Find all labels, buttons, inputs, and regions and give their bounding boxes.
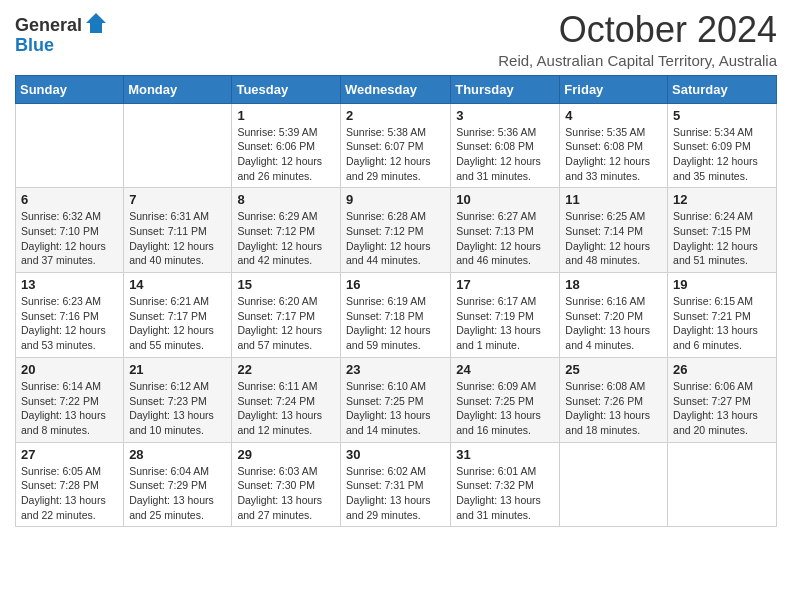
calendar-cell	[668, 442, 777, 527]
day-info: Sunrise: 6:24 AM Sunset: 7:15 PM Dayligh…	[673, 209, 771, 268]
day-number: 10	[456, 192, 554, 207]
calendar-cell: 26Sunrise: 6:06 AM Sunset: 7:27 PM Dayli…	[668, 357, 777, 442]
day-info: Sunrise: 6:03 AM Sunset: 7:30 PM Dayligh…	[237, 464, 335, 523]
location-title: Reid, Australian Capital Territory, Aust…	[498, 52, 777, 69]
day-info: Sunrise: 6:17 AM Sunset: 7:19 PM Dayligh…	[456, 294, 554, 353]
logo-blue-text: Blue	[15, 35, 54, 55]
title-area: October 2024 Reid, Australian Capital Te…	[498, 10, 777, 69]
day-number: 13	[21, 277, 118, 292]
day-info: Sunrise: 6:32 AM Sunset: 7:10 PM Dayligh…	[21, 209, 118, 268]
calendar-cell	[16, 103, 124, 188]
day-number: 16	[346, 277, 445, 292]
day-number: 11	[565, 192, 662, 207]
weekday-header-cell: Tuesday	[232, 75, 341, 103]
day-number: 20	[21, 362, 118, 377]
day-info: Sunrise: 5:34 AM Sunset: 6:09 PM Dayligh…	[673, 125, 771, 184]
day-number: 6	[21, 192, 118, 207]
day-info: Sunrise: 5:39 AM Sunset: 6:06 PM Dayligh…	[237, 125, 335, 184]
day-info: Sunrise: 6:11 AM Sunset: 7:24 PM Dayligh…	[237, 379, 335, 438]
calendar-cell: 24Sunrise: 6:09 AM Sunset: 7:25 PM Dayli…	[451, 357, 560, 442]
day-info: Sunrise: 6:15 AM Sunset: 7:21 PM Dayligh…	[673, 294, 771, 353]
calendar-cell: 5Sunrise: 5:34 AM Sunset: 6:09 PM Daylig…	[668, 103, 777, 188]
calendar-cell: 3Sunrise: 5:36 AM Sunset: 6:08 PM Daylig…	[451, 103, 560, 188]
day-info: Sunrise: 5:35 AM Sunset: 6:08 PM Dayligh…	[565, 125, 662, 184]
day-info: Sunrise: 6:10 AM Sunset: 7:25 PM Dayligh…	[346, 379, 445, 438]
weekday-header-cell: Thursday	[451, 75, 560, 103]
calendar-week-row: 20Sunrise: 6:14 AM Sunset: 7:22 PM Dayli…	[16, 357, 777, 442]
day-info: Sunrise: 6:28 AM Sunset: 7:12 PM Dayligh…	[346, 209, 445, 268]
day-info: Sunrise: 6:01 AM Sunset: 7:32 PM Dayligh…	[456, 464, 554, 523]
weekday-header-cell: Saturday	[668, 75, 777, 103]
calendar-week-row: 27Sunrise: 6:05 AM Sunset: 7:28 PM Dayli…	[16, 442, 777, 527]
day-number: 24	[456, 362, 554, 377]
calendar-cell: 10Sunrise: 6:27 AM Sunset: 7:13 PM Dayli…	[451, 188, 560, 273]
weekday-header-row: SundayMondayTuesdayWednesdayThursdayFrid…	[16, 75, 777, 103]
day-info: Sunrise: 6:25 AM Sunset: 7:14 PM Dayligh…	[565, 209, 662, 268]
calendar-cell: 27Sunrise: 6:05 AM Sunset: 7:28 PM Dayli…	[16, 442, 124, 527]
day-number: 25	[565, 362, 662, 377]
month-title: October 2024	[498, 10, 777, 50]
day-number: 8	[237, 192, 335, 207]
weekday-header-cell: Monday	[124, 75, 232, 103]
calendar-cell: 11Sunrise: 6:25 AM Sunset: 7:14 PM Dayli…	[560, 188, 668, 273]
day-number: 4	[565, 108, 662, 123]
calendar-cell: 12Sunrise: 6:24 AM Sunset: 7:15 PM Dayli…	[668, 188, 777, 273]
calendar-cell: 13Sunrise: 6:23 AM Sunset: 7:16 PM Dayli…	[16, 273, 124, 358]
day-info: Sunrise: 6:29 AM Sunset: 7:12 PM Dayligh…	[237, 209, 335, 268]
day-number: 21	[129, 362, 226, 377]
day-number: 29	[237, 447, 335, 462]
day-number: 28	[129, 447, 226, 462]
calendar-cell	[124, 103, 232, 188]
calendar-body: 1Sunrise: 5:39 AM Sunset: 6:06 PM Daylig…	[16, 103, 777, 527]
calendar-cell: 20Sunrise: 6:14 AM Sunset: 7:22 PM Dayli…	[16, 357, 124, 442]
calendar-cell: 23Sunrise: 6:10 AM Sunset: 7:25 PM Dayli…	[340, 357, 450, 442]
calendar-week-row: 1Sunrise: 5:39 AM Sunset: 6:06 PM Daylig…	[16, 103, 777, 188]
calendar-cell: 14Sunrise: 6:21 AM Sunset: 7:17 PM Dayli…	[124, 273, 232, 358]
logo-icon	[84, 11, 108, 35]
day-info: Sunrise: 6:12 AM Sunset: 7:23 PM Dayligh…	[129, 379, 226, 438]
day-info: Sunrise: 5:36 AM Sunset: 6:08 PM Dayligh…	[456, 125, 554, 184]
calendar-cell: 1Sunrise: 5:39 AM Sunset: 6:06 PM Daylig…	[232, 103, 341, 188]
calendar-cell: 25Sunrise: 6:08 AM Sunset: 7:26 PM Dayli…	[560, 357, 668, 442]
day-info: Sunrise: 6:16 AM Sunset: 7:20 PM Dayligh…	[565, 294, 662, 353]
day-info: Sunrise: 6:23 AM Sunset: 7:16 PM Dayligh…	[21, 294, 118, 353]
day-info: Sunrise: 6:04 AM Sunset: 7:29 PM Dayligh…	[129, 464, 226, 523]
calendar-cell: 8Sunrise: 6:29 AM Sunset: 7:12 PM Daylig…	[232, 188, 341, 273]
day-number: 5	[673, 108, 771, 123]
calendar-cell: 30Sunrise: 6:02 AM Sunset: 7:31 PM Dayli…	[340, 442, 450, 527]
day-info: Sunrise: 6:27 AM Sunset: 7:13 PM Dayligh…	[456, 209, 554, 268]
calendar-cell: 2Sunrise: 5:38 AM Sunset: 6:07 PM Daylig…	[340, 103, 450, 188]
day-number: 14	[129, 277, 226, 292]
day-number: 18	[565, 277, 662, 292]
day-number: 15	[237, 277, 335, 292]
day-number: 3	[456, 108, 554, 123]
day-number: 23	[346, 362, 445, 377]
calendar-cell: 19Sunrise: 6:15 AM Sunset: 7:21 PM Dayli…	[668, 273, 777, 358]
day-info: Sunrise: 6:06 AM Sunset: 7:27 PM Dayligh…	[673, 379, 771, 438]
weekday-header-cell: Wednesday	[340, 75, 450, 103]
calendar-week-row: 13Sunrise: 6:23 AM Sunset: 7:16 PM Dayli…	[16, 273, 777, 358]
calendar-cell: 17Sunrise: 6:17 AM Sunset: 7:19 PM Dayli…	[451, 273, 560, 358]
calendar-cell: 15Sunrise: 6:20 AM Sunset: 7:17 PM Dayli…	[232, 273, 341, 358]
day-info: Sunrise: 6:31 AM Sunset: 7:11 PM Dayligh…	[129, 209, 226, 268]
calendar-cell: 22Sunrise: 6:11 AM Sunset: 7:24 PM Dayli…	[232, 357, 341, 442]
day-number: 17	[456, 277, 554, 292]
weekday-header-cell: Sunday	[16, 75, 124, 103]
day-number: 27	[21, 447, 118, 462]
day-info: Sunrise: 6:08 AM Sunset: 7:26 PM Dayligh…	[565, 379, 662, 438]
day-info: Sunrise: 6:09 AM Sunset: 7:25 PM Dayligh…	[456, 379, 554, 438]
page-header: General Blue October 2024 Reid, Australi…	[15, 10, 777, 69]
calendar-cell	[560, 442, 668, 527]
calendar-week-row: 6Sunrise: 6:32 AM Sunset: 7:10 PM Daylig…	[16, 188, 777, 273]
calendar-cell: 4Sunrise: 5:35 AM Sunset: 6:08 PM Daylig…	[560, 103, 668, 188]
day-info: Sunrise: 6:14 AM Sunset: 7:22 PM Dayligh…	[21, 379, 118, 438]
calendar-cell: 21Sunrise: 6:12 AM Sunset: 7:23 PM Dayli…	[124, 357, 232, 442]
day-info: Sunrise: 6:20 AM Sunset: 7:17 PM Dayligh…	[237, 294, 335, 353]
day-number: 1	[237, 108, 335, 123]
calendar-cell: 31Sunrise: 6:01 AM Sunset: 7:32 PM Dayli…	[451, 442, 560, 527]
calendar-cell: 7Sunrise: 6:31 AM Sunset: 7:11 PM Daylig…	[124, 188, 232, 273]
day-number: 19	[673, 277, 771, 292]
day-info: Sunrise: 6:21 AM Sunset: 7:17 PM Dayligh…	[129, 294, 226, 353]
calendar-cell: 6Sunrise: 6:32 AM Sunset: 7:10 PM Daylig…	[16, 188, 124, 273]
logo-general-text: General	[15, 16, 82, 36]
